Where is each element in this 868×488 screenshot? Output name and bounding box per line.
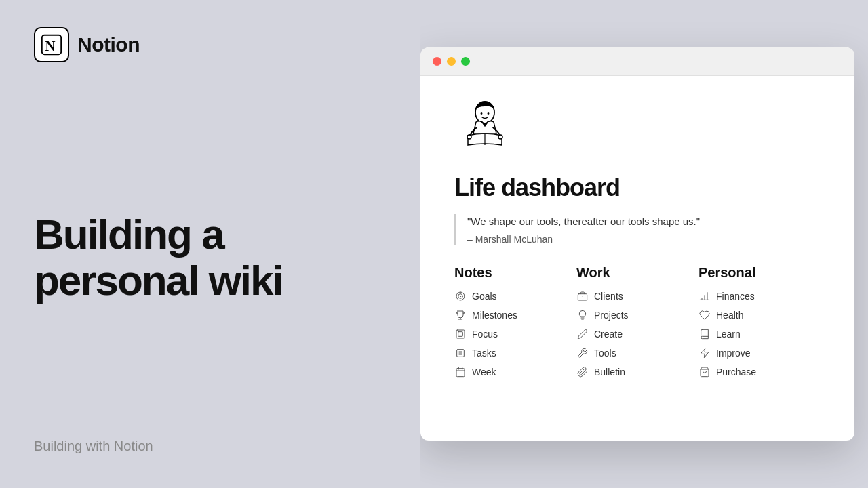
list-item: Bulletin	[576, 366, 698, 378]
column-header-notes: Notes	[454, 265, 576, 281]
maximize-button-icon[interactable]	[461, 57, 470, 66]
browser-titlebar	[420, 47, 854, 76]
item-label: Clients	[594, 291, 623, 302]
lightbulb-icon	[576, 309, 589, 321]
svg-point-6	[467, 135, 471, 139]
list-item: Clients	[576, 290, 698, 302]
svg-point-4	[488, 112, 490, 115]
pencil-icon	[576, 328, 589, 340]
cart-icon	[698, 366, 711, 378]
close-button-icon[interactable]	[433, 57, 441, 66]
list-item: Milestones	[454, 309, 576, 321]
list-item: Learn	[698, 328, 821, 340]
svg-point-10	[460, 296, 460, 296]
item-label: Week	[472, 367, 496, 378]
item-label: Projects	[594, 310, 629, 321]
list-item: Tools	[576, 347, 698, 359]
item-label: Create	[594, 329, 623, 340]
briefcase-icon	[576, 290, 589, 302]
focus-icon	[454, 328, 467, 340]
minimize-button-icon[interactable]	[447, 57, 456, 66]
heading-line1: Building a	[34, 211, 224, 258]
notes-list: Goals Milestones Focus	[454, 290, 576, 378]
bolt-icon	[698, 347, 711, 359]
heart-icon	[698, 309, 711, 321]
browser-content: Life dashboard "We shape our tools, ther…	[420, 76, 854, 441]
item-label: Improve	[716, 348, 751, 359]
item-label: Tools	[594, 348, 616, 359]
tasks-icon	[454, 347, 467, 359]
page-title: Life dashboard	[454, 174, 821, 202]
main-heading: Building a personal wiki	[34, 211, 387, 304]
column-personal: Personal Finances Health	[698, 265, 821, 378]
browser-window: Life dashboard "We shape our tools, ther…	[420, 47, 854, 441]
column-header-work: Work	[576, 265, 698, 281]
svg-rect-20	[456, 368, 465, 376]
trophy-icon	[454, 309, 467, 321]
target-icon	[454, 290, 467, 302]
item-label: Bulletin	[594, 367, 625, 378]
paperclip-icon	[576, 366, 589, 378]
barchart-icon	[698, 290, 711, 302]
column-header-personal: Personal	[698, 265, 821, 281]
list-item: Create	[576, 328, 698, 340]
calendar-icon	[454, 366, 467, 378]
svg-rect-24	[578, 293, 587, 300]
list-item: Improve	[698, 347, 821, 359]
columns-container: Notes Goals Milestones	[454, 265, 821, 378]
left-panel: N Notion Building a personal wiki Buildi…	[0, 0, 420, 488]
list-item: Purchase	[698, 366, 821, 378]
item-label: Milestones	[472, 310, 517, 321]
svg-text:N: N	[45, 38, 56, 54]
item-label: Health	[716, 310, 743, 321]
svg-rect-14	[456, 330, 465, 338]
item-label: Finances	[716, 291, 755, 302]
column-work: Work Clients Projects	[576, 265, 698, 378]
quote-author: – Marshall McLuhan	[467, 234, 821, 245]
item-label: Focus	[472, 329, 498, 340]
avatar-illustration	[454, 96, 515, 157]
svg-point-3	[481, 112, 483, 115]
list-item: Tasks	[454, 347, 576, 359]
subtitle: Building with Notion	[34, 439, 387, 461]
heading-line2: personal wiki	[34, 257, 283, 304]
item-label: Goals	[472, 291, 497, 302]
list-item: Health	[698, 309, 821, 321]
book-icon	[698, 328, 711, 340]
column-notes: Notes Goals Milestones	[454, 265, 576, 378]
list-item: Focus	[454, 328, 576, 340]
logo-area: N Notion	[34, 27, 387, 62]
blockquote: "We shape our tools, thereafter our tool…	[454, 214, 821, 245]
notion-logo-icon: N	[34, 27, 69, 62]
work-list: Clients Projects Create	[576, 290, 698, 378]
list-item: Finances	[698, 290, 821, 302]
list-item: Goals	[454, 290, 576, 302]
svg-rect-15	[458, 331, 463, 336]
item-label: Purchase	[716, 367, 756, 378]
item-label: Learn	[716, 329, 741, 340]
svg-point-7	[498, 135, 502, 139]
list-item: Week	[454, 366, 576, 378]
item-label: Tasks	[472, 348, 496, 359]
quote-text: "We shape our tools, thereafter our tool…	[467, 214, 821, 230]
tools-icon	[576, 347, 589, 359]
svg-marker-30	[701, 348, 709, 357]
list-item: Projects	[576, 309, 698, 321]
personal-list: Finances Health Learn	[698, 290, 821, 378]
brand-name: Notion	[77, 33, 140, 56]
right-panel: Life dashboard "We shape our tools, ther…	[420, 0, 868, 488]
avatar-area	[454, 96, 821, 160]
